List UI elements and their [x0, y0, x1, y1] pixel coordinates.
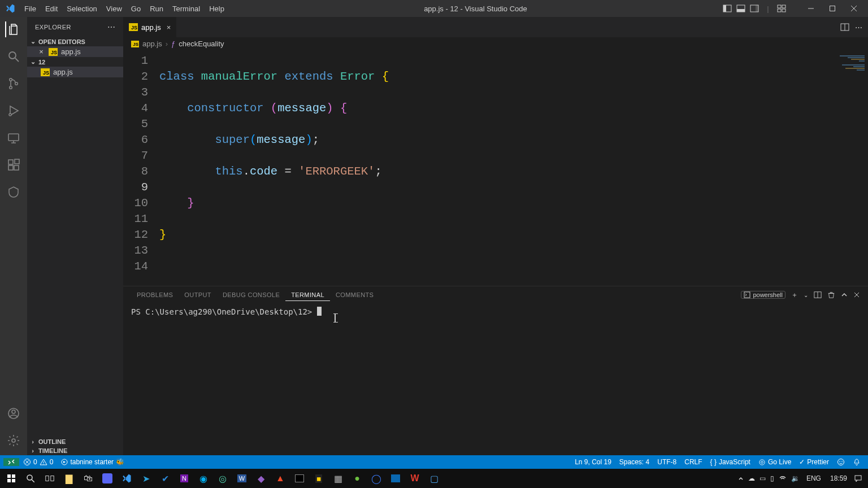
close-panel-icon[interactable] [853, 291, 860, 298]
camera-icon[interactable]: ▢ [425, 470, 443, 487]
panel-tab-problems[interactable]: PROBLEMS [131, 291, 179, 298]
app-icon-5[interactable] [387, 470, 405, 487]
todo-icon[interactable]: ✔ [156, 470, 174, 487]
cmd-icon[interactable] [290, 470, 309, 487]
toggle-secondary-sidebar-icon[interactable] [749, 3, 760, 14]
signal-icon[interactable]: ◯ [367, 470, 385, 487]
terminal-shell-selector[interactable]: powershell [741, 291, 785, 299]
code-editor[interactable]: 1 2 3 4 5 6 7 8 9 10 11 12 13 14 class m… [123, 52, 868, 286]
wifi-icon[interactable] [779, 474, 787, 482]
panel-tab-output[interactable]: OUTPUT [179, 291, 217, 298]
accounts-icon[interactable] [6, 406, 21, 421]
settings-gear-icon[interactable] [6, 433, 21, 448]
kill-terminal-icon[interactable] [827, 291, 835, 299]
status-indentation[interactable]: Spaces: 4 [615, 458, 653, 466]
menu-help[interactable]: Help [205, 5, 229, 13]
status-notifications-icon[interactable] [849, 458, 865, 466]
code-content[interactable]: class manualError extends Error { constr… [159, 53, 868, 286]
volume-icon[interactable]: 🔉 [791, 474, 800, 482]
status-language[interactable]: { }JavaScript [706, 458, 754, 466]
customize-layout-icon[interactable] [776, 3, 787, 14]
explorer-more-icon[interactable]: ⋯ [107, 23, 116, 32]
tab-close-icon[interactable]: × [164, 23, 171, 32]
remote-explorer-icon[interactable] [6, 130, 21, 146]
file-explorer-icon[interactable]: ▇ [60, 470, 78, 487]
panel-tab-terminal[interactable]: TERMINAL [285, 291, 330, 301]
maximize-button[interactable] [827, 3, 837, 14]
clock[interactable]: 18:59 [828, 474, 849, 482]
status-go-live[interactable]: Go Live [754, 458, 795, 466]
open-editor-item[interactable]: × JS app.js [27, 46, 123, 57]
telegram-icon[interactable]: ➤ [137, 470, 155, 487]
menu-run[interactable]: Run [145, 5, 168, 13]
app-icon-4[interactable]: ● [348, 470, 366, 487]
menu-selection[interactable]: Selection [62, 5, 101, 13]
split-terminal-icon[interactable] [814, 291, 822, 299]
vscode-taskbar-icon[interactable] [118, 470, 136, 487]
input-language[interactable]: ENG [804, 474, 823, 482]
terminal[interactable]: PS C:\Users\ag290\OneDrive\Desktop\12> [123, 303, 868, 455]
skype-icon[interactable]: ◉ [194, 470, 212, 487]
more-actions-icon[interactable]: ⋯ [855, 23, 862, 32]
app-icon-2[interactable]: ◼ [310, 470, 328, 487]
breadcrumb-symbol[interactable]: checkEquality [179, 40, 224, 48]
app-icon-3[interactable]: ▦ [329, 470, 347, 487]
status-tabnine[interactable]: tabnine starter 🐝 [57, 458, 128, 466]
status-encoding[interactable]: UTF-8 [653, 458, 680, 466]
outline-section[interactable]: › OUTLINE [27, 437, 123, 446]
edge-icon[interactable]: ◎ [214, 470, 232, 487]
taskbar-search-icon[interactable] [21, 470, 40, 487]
action-center-icon[interactable] [854, 474, 862, 483]
battery-icon[interactable]: ▯ [770, 474, 774, 482]
tray-overflow-icon[interactable] [738, 476, 744, 481]
timeline-section[interactable]: › TIMELINE [27, 446, 123, 455]
new-terminal-icon[interactable]: ＋ [791, 290, 798, 300]
breadcrumb-file[interactable]: app.js [142, 40, 162, 48]
tab-app-js[interactable]: JS app.js × [123, 17, 177, 37]
file-item[interactable]: JS app.js [27, 67, 123, 77]
brave-icon[interactable]: ▲ [271, 470, 289, 487]
breadcrumb[interactable]: JS app.js › ƒ checkEquality [123, 37, 868, 52]
maximize-panel-icon[interactable] [841, 291, 848, 298]
onenote-icon[interactable]: N [175, 470, 193, 487]
menu-view[interactable]: View [102, 5, 127, 13]
extensions-icon[interactable] [6, 157, 21, 173]
panel-tab-comments[interactable]: COMMENTS [330, 291, 379, 298]
source-control-icon[interactable] [6, 76, 21, 91]
toggle-primary-sidebar-icon[interactable] [722, 3, 732, 14]
system-tray[interactable]: ☁ ▭ ▯ 🔉 ENG 18:59 [738, 474, 866, 483]
open-editors-section[interactable]: ⌄ OPEN EDITORS [27, 37, 123, 46]
status-feedback-icon[interactable] [833, 458, 849, 466]
menu-terminal[interactable]: Terminal [168, 5, 205, 13]
word-icon[interactable]: W [233, 470, 251, 487]
run-debug-icon[interactable] [6, 103, 21, 119]
status-cursor-position[interactable]: Ln 9, Col 19 [571, 458, 615, 466]
task-view-icon[interactable] [41, 470, 59, 487]
menu-go[interactable]: Go [127, 5, 145, 13]
explorer-icon[interactable] [5, 21, 21, 37]
close-button[interactable] [849, 3, 859, 14]
visual-studio-icon[interactable]: ◆ [252, 470, 270, 487]
remote-indicator[interactable] [3, 458, 19, 466]
app-icon[interactable] [98, 470, 116, 487]
split-editor-icon[interactable] [840, 23, 849, 32]
status-problems[interactable]: 0 0 [19, 458, 57, 466]
close-icon[interactable]: × [37, 47, 45, 56]
onedrive-icon[interactable]: ☁ [748, 474, 755, 482]
folder-section[interactable]: ⌄ 12 [27, 57, 123, 67]
menu-file[interactable]: File [20, 5, 41, 13]
minimize-button[interactable] [806, 3, 816, 14]
toggle-panel-icon[interactable] [736, 3, 746, 14]
minimap[interactable] [834, 52, 868, 286]
menu-edit[interactable]: Edit [41, 5, 62, 13]
microsoft-store-icon[interactable]: 🛍 [79, 470, 97, 487]
meet-now-icon[interactable]: ▭ [760, 474, 766, 482]
start-button[interactable] [2, 470, 20, 487]
wps-icon[interactable]: W [406, 470, 424, 487]
terminal-dropdown-icon[interactable]: ⌄ [804, 292, 808, 298]
status-eol[interactable]: CRLF [680, 458, 706, 466]
docker-icon[interactable] [6, 184, 21, 200]
panel-tab-debug-console[interactable]: DEBUG CONSOLE [217, 291, 285, 298]
status-prettier[interactable]: ✓Prettier [795, 458, 833, 466]
search-icon[interactable] [6, 49, 21, 64]
